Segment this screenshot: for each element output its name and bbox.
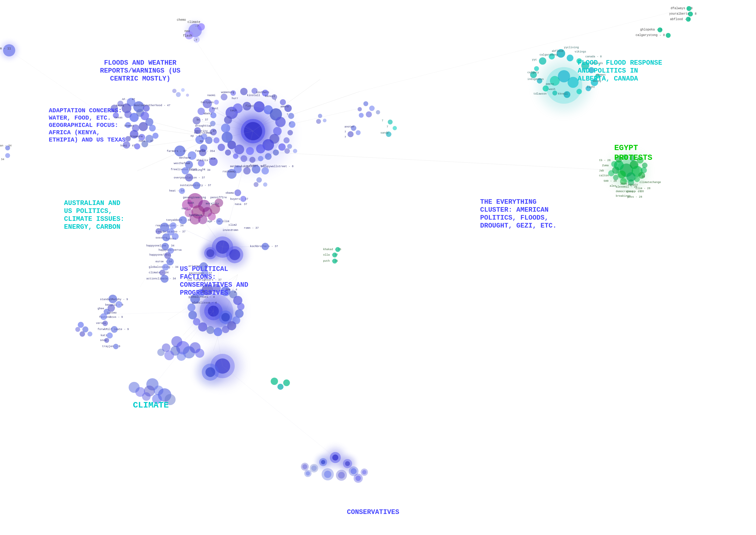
svg-point-490 <box>323 119 327 122</box>
svg-text:tectypes: tectypes <box>201 101 214 104</box>
svg-point-344 <box>102 321 108 326</box>
svg-point-39 <box>567 55 573 61</box>
svg-text:2014: 2014 <box>209 157 216 160</box>
svg-text:m - 11: m - 11 <box>0 47 11 50</box>
svg-text:amero: amero <box>546 83 554 86</box>
svg-text:sust: sust <box>212 107 219 110</box>
svg-text:droughttap: droughttap <box>195 125 212 127</box>
svg-point-379 <box>277 384 284 390</box>
svg-point-96 <box>221 94 228 100</box>
svg-text:alex: alex <box>610 184 616 187</box>
svg-point-89 <box>234 145 244 154</box>
svg-point-325 <box>188 311 197 319</box>
svg-text:WATER, FOOD, ETC.: WATER, FOOD, ETC. <box>49 114 111 122</box>
svg-text:rockaway: rockaway <box>223 170 236 173</box>
svg-point-488 <box>284 148 290 154</box>
svg-text:sust: sust <box>181 207 188 210</box>
svg-point-461 <box>366 111 372 117</box>
svg-text:7: 7 <box>382 119 383 122</box>
svg-text:CONSERVATIVES: CONSERVATIVES <box>347 508 399 516</box>
svg-point-308 <box>221 313 230 322</box>
svg-point-491 <box>316 119 321 124</box>
svg-text:happyoneline - 34: happyoneline - 34 <box>146 244 175 247</box>
svg-text:kkneil: kkneil <box>558 93 568 96</box>
svg-point-512 <box>324 471 331 478</box>
svg-point-360 <box>157 349 165 356</box>
svg-text:CONSERVATIVES AND: CONSERVATIVES AND <box>180 281 248 289</box>
svg-text:500 - 28: 500 - 28 <box>604 180 617 183</box>
svg-point-518 <box>311 465 317 471</box>
svg-text:muslimbrotherhood - 47: muslimbrotherhood - 47 <box>134 104 171 107</box>
svg-point-240 <box>216 218 223 225</box>
svg-point-382 <box>88 331 93 336</box>
svg-point-259 <box>172 233 179 240</box>
svg-text:chemo: chemo <box>177 18 186 22</box>
svg-point-203 <box>193 182 200 189</box>
svg-text:ep - 37: ep - 37 <box>191 134 202 138</box>
svg-text:FLOODS AND WEATHER: FLOODS AND WEATHER <box>104 59 176 67</box>
svg-text:flood: flood <box>245 105 254 108</box>
svg-point-25 <box>687 6 691 11</box>
svg-point-321 <box>214 327 222 336</box>
svg-text:indigenous: indigenous <box>527 78 544 81</box>
svg-point-483 <box>181 88 185 92</box>
svg-point-346 <box>111 326 118 333</box>
svg-point-514 <box>338 472 345 479</box>
svg-text:huni - 47: huni - 47 <box>121 144 135 147</box>
svg-text:AF... 47: AF... 47 <box>122 98 135 101</box>
svg-text:methane: methane <box>179 156 191 159</box>
svg-text:AND POLITICS IN: AND POLITICS IN <box>578 67 638 75</box>
svg-text:peos - 28: peos - 28 <box>627 195 642 199</box>
svg-point-115 <box>225 150 231 155</box>
svg-point-95 <box>214 100 219 105</box>
svg-point-362 <box>195 349 204 358</box>
svg-text:yyc: yyc <box>532 58 537 61</box>
svg-text:US POLITICAL: US POLITICAL <box>180 266 228 273</box>
svg-point-54 <box>568 77 579 88</box>
svg-text:femele - 354: femele - 354 <box>195 150 215 153</box>
svg-point-236 <box>240 196 246 202</box>
svg-text:THE EVERYTHING: THE EVERYTHING <box>480 198 536 206</box>
svg-point-492 <box>256 177 262 183</box>
svg-point-371 <box>129 382 140 393</box>
svg-text:wash: wash <box>549 88 555 91</box>
svg-point-29 <box>686 17 691 22</box>
svg-point-400 <box>642 162 647 168</box>
svg-point-510 <box>321 460 325 464</box>
svg-text:GEOGRAPHICAL FOCUS:: GEOGRAPHICAL FOCUS: <box>49 122 118 129</box>
svg-text:mhillix: mhillix <box>197 159 208 162</box>
svg-text:farmers - 37: farmers - 37 <box>167 150 187 153</box>
svg-text:7: 7 <box>387 126 388 128</box>
svg-text:7: 7 <box>344 130 346 134</box>
svg-text:FLOOD, FLOOD RESPONSE: FLOOD, FLOOD RESPONSE <box>578 59 662 67</box>
svg-text:ETHIPIA) AND US TEXAS: ETHIPIA) AND US TEXAS <box>49 136 125 143</box>
svg-point-172 <box>152 133 158 139</box>
svg-point-116 <box>218 144 225 151</box>
network-graph: chemo climate -7 neo flash -7 dfalways -… <box>0 0 756 535</box>
svg-text:AFRICA (KENYA,: AFRICA (KENYA, <box>49 129 100 136</box>
svg-text:ENERGY, CARBON: ENERGY, CARBON <box>64 223 121 231</box>
svg-text:fracking - 34: fracking - 34 <box>189 169 210 172</box>
svg-text:ghee: ghee <box>97 307 104 310</box>
svg-point-487 <box>293 149 297 153</box>
svg-point-324 <box>193 318 200 325</box>
svg-text:yycliving: yycliving <box>564 46 579 49</box>
svg-point-83 <box>275 117 285 127</box>
svg-point-466 <box>356 130 361 135</box>
svg-text:Zuma: Zuma <box>602 164 609 167</box>
svg-text:romn - 37: romn - 37 <box>244 227 259 230</box>
svg-text:hurr: hurr <box>232 97 238 100</box>
svg-text:tb - 28: tb - 28 <box>599 159 610 162</box>
svg-point-113 <box>240 155 247 162</box>
svg-point-114 <box>233 154 238 159</box>
svg-point-494 <box>254 182 258 187</box>
svg-text:ep: ep <box>200 140 203 143</box>
network-visualization: chemo climate -7 neo flash -7 dfalways -… <box>0 0 756 535</box>
svg-point-111 <box>258 156 263 161</box>
svg-point-326 <box>187 303 195 311</box>
svg-text:ALBERTA, CANADA: ALBERTA, CANADA <box>578 75 638 83</box>
svg-text:FACTIONS:: FACTIONS: <box>180 273 216 281</box>
svg-text:37: 37 <box>244 203 247 206</box>
svg-point-117 <box>213 137 220 143</box>
svg-text:climate - 34: climate - 34 <box>149 271 169 274</box>
